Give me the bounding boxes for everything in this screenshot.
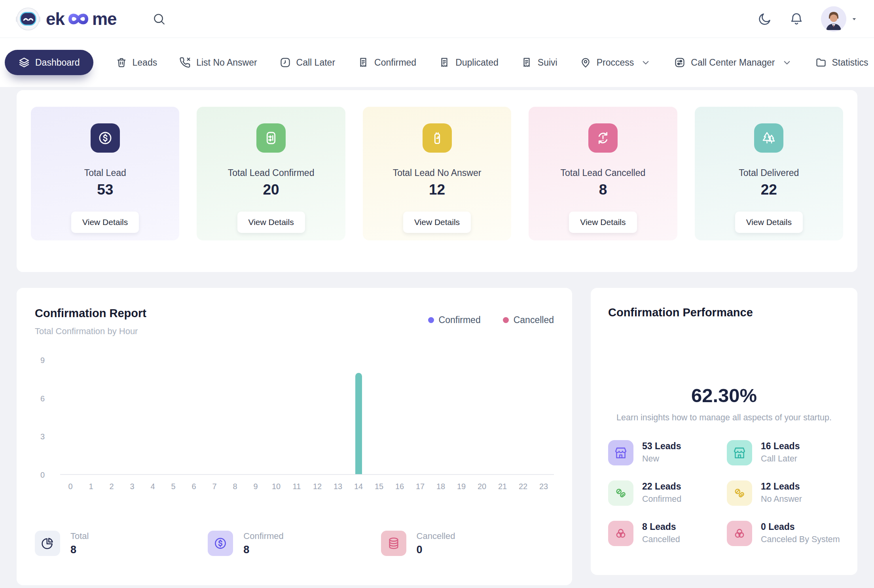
nav-item-confirmed[interactable]: Confirmed bbox=[357, 57, 416, 68]
chart-y-tick: 0 bbox=[40, 471, 45, 480]
chart-bar-slot bbox=[451, 360, 472, 474]
chevron-down-icon bbox=[640, 57, 652, 68]
nav-item-label: Statistics bbox=[832, 57, 868, 68]
chart-x-tick: 3 bbox=[122, 482, 142, 491]
chevron-down-icon bbox=[781, 57, 793, 68]
chart-x-tick: 6 bbox=[184, 482, 204, 491]
nav-item-call-later[interactable]: Call Later bbox=[279, 57, 335, 68]
chart-x-tick: 13 bbox=[328, 482, 348, 491]
legend-item-cancelled[interactable]: Cancelled bbox=[503, 315, 554, 325]
perf-item-call-later: 16 Leads Call Later bbox=[727, 440, 840, 465]
nav-item-leads[interactable]: Leads bbox=[116, 57, 157, 68]
chart-x-tick: 7 bbox=[204, 482, 225, 491]
chart-x-tick: 9 bbox=[245, 482, 266, 491]
nav-item-label: Proccess bbox=[597, 57, 634, 68]
chart-x-tick: 23 bbox=[533, 482, 554, 491]
performance-percentage: 62.30% bbox=[608, 384, 840, 406]
sync-alert-icon bbox=[588, 123, 618, 153]
store-icon bbox=[608, 440, 633, 465]
stat-card-total-lead: Total Lead 53 View Details bbox=[31, 107, 179, 240]
nav-item-proccess[interactable]: Proccess bbox=[580, 57, 652, 68]
nav-item-list-no-answer[interactable]: List No Answer bbox=[179, 57, 257, 68]
chart-x-tick: 16 bbox=[389, 482, 410, 491]
stat-card-total-lead-confirmed: Total Lead Confirmed 20 View Details bbox=[197, 107, 345, 240]
chart-legend: Confirmed Cancelled bbox=[428, 315, 554, 325]
chart-y-tick: 6 bbox=[40, 394, 45, 403]
search-icon[interactable] bbox=[152, 12, 166, 26]
perf-label: Canceled By System bbox=[761, 534, 840, 545]
perf-item-new: 53 Leads New bbox=[608, 440, 721, 465]
chart-x-tick: 10 bbox=[266, 482, 286, 491]
nav-item-statistics[interactable]: Statistics bbox=[815, 57, 868, 68]
report-totals: Total 8 Confirmed 8 Cancelled 0 bbox=[35, 531, 554, 556]
robot-logo-icon bbox=[16, 7, 40, 31]
stat-card-value: 53 bbox=[97, 182, 113, 198]
chart-x-tick: 22 bbox=[513, 482, 533, 491]
chart-x-tick: 18 bbox=[430, 482, 451, 491]
nav-item-call-center-manager[interactable]: Call Center Manager bbox=[674, 57, 792, 68]
store-icon bbox=[727, 440, 752, 465]
view-details-button[interactable]: View Details bbox=[403, 212, 471, 233]
stat-card-value: 12 bbox=[429, 182, 445, 198]
perf-label: Call Later bbox=[761, 454, 800, 465]
chart-y-axis: 0369 bbox=[35, 360, 60, 475]
perf-value: 22 Leads bbox=[642, 481, 681, 492]
stat-card-value: 8 bbox=[599, 182, 607, 198]
caret-down-icon[interactable] bbox=[850, 15, 858, 23]
total-label: Cancelled bbox=[417, 531, 455, 541]
legend-label: Confirmed bbox=[439, 315, 481, 325]
view-details-button[interactable]: View Details bbox=[71, 212, 139, 233]
chart-x-tick: 15 bbox=[369, 482, 389, 491]
stat-card-label: Total Lead Cancelled bbox=[561, 168, 646, 178]
nav-item-label: Dashboard bbox=[35, 57, 80, 68]
chart-bar-slot bbox=[410, 360, 430, 474]
bin-icon bbox=[116, 57, 127, 68]
chart-x-tick: 17 bbox=[410, 482, 430, 491]
nav-item-duplicated[interactable]: Duplicated bbox=[438, 57, 499, 68]
pills-icon bbox=[727, 480, 752, 506]
avatar[interactable] bbox=[821, 6, 846, 32]
dollar-circle-icon bbox=[208, 531, 233, 556]
performance-title: Confirmation Performance bbox=[608, 306, 840, 319]
chart-bar-slot bbox=[204, 360, 225, 474]
chart-bar-slot bbox=[348, 360, 369, 474]
dollar-circle-icon bbox=[91, 123, 120, 153]
total-value: 0 bbox=[417, 544, 455, 556]
brand-logo: ek me bbox=[16, 7, 117, 31]
login-arrows-icon bbox=[256, 123, 286, 153]
clock-square-icon bbox=[279, 57, 291, 68]
stat-card-total-lead-no-answer: Total Lead No Answer 12 View Details bbox=[363, 107, 511, 240]
moon-icon[interactable] bbox=[758, 12, 772, 26]
total-value: 8 bbox=[70, 544, 89, 556]
nav-item-label: Leads bbox=[133, 57, 157, 68]
view-details-button[interactable]: View Details bbox=[569, 212, 637, 233]
main-nav: Dashboard Leads List No Answer Call Late… bbox=[0, 38, 874, 87]
stat-card-label: Total Lead No Answer bbox=[393, 168, 482, 178]
nav-item-label: Duplicated bbox=[455, 57, 499, 68]
legend-item-confirmed[interactable]: Confirmed bbox=[428, 315, 481, 325]
bell-icon[interactable] bbox=[789, 12, 804, 26]
database-icon bbox=[381, 531, 406, 556]
receipt-icon bbox=[357, 57, 369, 68]
chart-x-tick: 14 bbox=[348, 482, 369, 491]
total-item-cancelled: Cancelled 0 bbox=[381, 531, 554, 556]
pills-icon bbox=[608, 480, 633, 506]
chart-bar-slot bbox=[286, 360, 307, 474]
pie-chart-icon bbox=[35, 531, 60, 556]
report-subtitle: Total Confirmation by Hour bbox=[35, 326, 146, 337]
chart-x-tick: 20 bbox=[472, 482, 492, 491]
stat-card-label: Total Lead bbox=[84, 168, 126, 178]
perf-value: 53 Leads bbox=[642, 441, 681, 452]
folder-icon bbox=[815, 57, 827, 68]
perf-item-canceled-by-system: 0 Leads Canceled By System bbox=[727, 521, 840, 546]
stat-cards-panel: Total Lead 53 View Details Total Lead Co… bbox=[17, 90, 857, 272]
nav-item-suivi[interactable]: Suivi bbox=[521, 57, 557, 68]
chart-plot bbox=[60, 360, 554, 475]
view-details-button[interactable]: View Details bbox=[735, 212, 803, 233]
nav-item-dashboard[interactable]: Dashboard bbox=[5, 50, 93, 75]
chart-bar-slot bbox=[307, 360, 328, 474]
chart-bar-slot bbox=[225, 360, 245, 474]
view-details-button[interactable]: View Details bbox=[237, 212, 305, 233]
brand-name: ek me bbox=[46, 9, 117, 29]
chart-bar bbox=[355, 373, 362, 474]
